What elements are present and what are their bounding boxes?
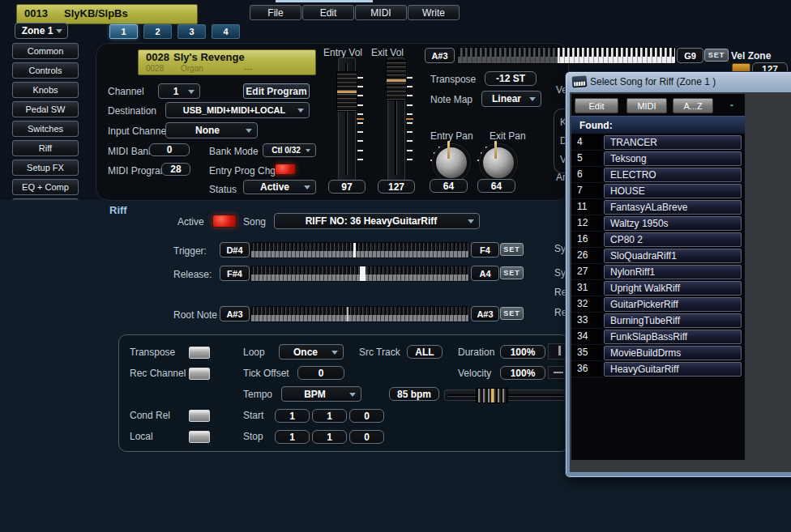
zone-selector[interactable]: Zone 1 — [15, 23, 68, 39]
program-display[interactable]: 0028 Sly's Revenge 0028 Organ --- — [138, 49, 316, 75]
trigger-set-button[interactable]: SET — [500, 243, 524, 256]
key-zone-low-note[interactable]: A#3 — [425, 48, 455, 63]
src-track-field[interactable]: ALL — [407, 345, 443, 359]
entry-pan-value[interactable]: 64 — [430, 179, 468, 193]
channel-select[interactable]: 1 — [158, 83, 200, 99]
song-row[interactable]: 16 CP80 2 — [571, 232, 745, 248]
sidebar-item[interactable]: Switches — [12, 121, 79, 137]
release-set-button[interactable]: SET — [500, 266, 524, 279]
entry-prog-chg-led[interactable] — [275, 164, 296, 175]
sidebar-item[interactable]: Pedal SW — [12, 101, 79, 117]
dialog-title[interactable]: Select Song for Riff (Zone 1 ) — [590, 76, 716, 87]
status-select[interactable]: Active — [243, 180, 316, 194]
duration-field[interactable]: 100% — [500, 345, 545, 359]
local-toggle[interactable] — [189, 431, 210, 443]
sidebar-item[interactable]: EQ + Comp — [12, 179, 79, 195]
tab-zone-1[interactable]: 1 — [109, 24, 138, 39]
song-row[interactable]: 31 Upright WalkRiff — [571, 280, 745, 296]
stop-field-tick[interactable]: 0 — [349, 430, 384, 444]
tab-zone-3[interactable]: 3 — [177, 24, 206, 39]
dialog-midi-button[interactable]: MIDI — [626, 98, 667, 113]
menu-button[interactable]: Write — [408, 5, 460, 20]
chevron-down-icon — [188, 90, 195, 94]
riff-song-select[interactable]: RIFF NO: 36 HeavyGuitarRiff — [274, 213, 480, 229]
velocity-field[interactable]: 100% — [500, 366, 545, 380]
song-row[interactable]: 5 Teksong — [571, 151, 745, 167]
release-low-note[interactable]: F#4 — [220, 266, 250, 281]
trigger-high-note[interactable]: F4 — [471, 242, 499, 257]
exit-vol-value[interactable]: 127 — [378, 180, 415, 194]
song-row[interactable]: 7 HOUSE — [571, 183, 745, 199]
song-row[interactable]: 35 MovieBuildDrms — [571, 345, 745, 361]
input-channel-select[interactable]: None — [165, 122, 258, 138]
tempo-slider[interactable] — [444, 389, 567, 401]
program-display-number: 0028 — [146, 51, 169, 63]
entry-vol-fader-handle[interactable] — [336, 71, 357, 112]
riff-active-led[interactable] — [212, 215, 237, 228]
release-keyboard-strip[interactable] — [250, 266, 469, 282]
key-zone-keyboard[interactable] — [457, 47, 676, 64]
tab-zone-2[interactable]: 2 — [143, 24, 172, 39]
root-set-button[interactable]: SET — [500, 307, 524, 320]
entry-pan-knob[interactable] — [430, 141, 467, 178]
tempo-bpm-field[interactable]: 85 bpm — [389, 387, 439, 401]
rec-channel-toggle[interactable] — [189, 368, 210, 380]
sidebar-item[interactable]: Controls — [12, 62, 79, 79]
key-zone-high-note[interactable]: G9 — [677, 48, 703, 63]
exit-pan-value[interactable]: 64 — [477, 179, 515, 193]
start-field-bar[interactable]: 1 — [275, 409, 310, 423]
song-row[interactable]: 26 SloQuadraRiff1 — [571, 248, 745, 264]
root-keyboard-strip[interactable] — [250, 306, 469, 322]
root-high-note[interactable]: A#3 — [471, 306, 499, 321]
release-high-note[interactable]: A4 — [471, 266, 499, 281]
exit-vol-fader-handle[interactable] — [386, 60, 407, 100]
key-zone-set-button[interactable]: SET — [704, 49, 729, 62]
song-row[interactable]: 32 GuitarPickerRiff — [571, 296, 745, 313]
song-row[interactable]: 36 HeavyGuitarRiff — [571, 361, 745, 377]
song-name: ELECTRO — [604, 168, 742, 182]
stop-field-beat[interactable]: 1 — [312, 430, 347, 444]
menu-button[interactable]: File — [250, 5, 301, 20]
edit-program-button[interactable]: Edit Program — [243, 83, 310, 99]
song-row[interactable]: 4 TRANCER — [571, 134, 745, 151]
entry-vol-value[interactable]: 97 — [328, 180, 366, 194]
midi-program-field[interactable]: 28 — [161, 163, 190, 176]
exit-vol-fader[interactable] — [387, 57, 405, 181]
sidebar-item[interactable]: Setup FX — [12, 160, 79, 176]
loop-select[interactable]: Once — [279, 344, 344, 360]
transpose-field[interactable]: -12 ST — [485, 71, 537, 86]
song-number: 34 — [571, 329, 602, 345]
menu-button[interactable]: Edit — [302, 5, 354, 20]
sidebar-item[interactable]: Knobs — [12, 82, 79, 98]
song-row[interactable]: 6 ELECTRO — [571, 167, 745, 183]
song-row[interactable]: 11 FantasyALaBreve — [571, 199, 745, 215]
root-low-note[interactable]: A#3 — [220, 306, 250, 321]
start-field-tick[interactable]: 0 — [349, 409, 384, 423]
song-row[interactable]: 27 NylonRiff1 — [571, 264, 745, 280]
midi-bank-field[interactable]: 0 — [149, 143, 190, 156]
song-row[interactable]: 34 FunkSlapBassRiff — [571, 329, 745, 345]
song-row[interactable]: 33 BurningTubeRiff — [571, 313, 745, 329]
note-map-select[interactable]: Linear — [481, 91, 541, 107]
bank-mode-select[interactable]: Ctl 0/32 — [263, 143, 316, 157]
riff-active-label: Active — [177, 216, 204, 228]
tempo-mode-select[interactable]: BPM — [281, 386, 361, 402]
menu-button[interactable]: MIDI — [355, 5, 407, 20]
cond-rel-toggle[interactable] — [189, 410, 210, 422]
trigger-low-note[interactable]: D#4 — [220, 242, 250, 257]
exit-pan-knob[interactable] — [477, 141, 514, 178]
transpose-toggle[interactable] — [189, 347, 210, 359]
tab-zone-4[interactable]: 4 — [212, 24, 240, 39]
start-field-beat[interactable]: 1 — [312, 409, 347, 423]
sidebar-item[interactable]: Common — [12, 43, 79, 59]
dialog-az-sort-button[interactable]: A...Z — [673, 98, 713, 113]
tempo-slider-handle[interactable] — [476, 388, 508, 403]
destination-select[interactable]: USB_MIDI+MIDI+LOCAL — [165, 102, 310, 118]
dialog-edit-button[interactable]: Edit — [575, 98, 618, 113]
stop-field-bar[interactable]: 1 — [275, 430, 310, 444]
entry-vol-fader[interactable] — [338, 57, 356, 181]
tick-offset-field[interactable]: 0 — [297, 366, 344, 380]
song-row[interactable]: 12 Waltzy 1950s — [571, 215, 745, 232]
trigger-keyboard-strip[interactable] — [250, 242, 469, 258]
sidebar-item[interactable]: Riff — [12, 140, 79, 156]
